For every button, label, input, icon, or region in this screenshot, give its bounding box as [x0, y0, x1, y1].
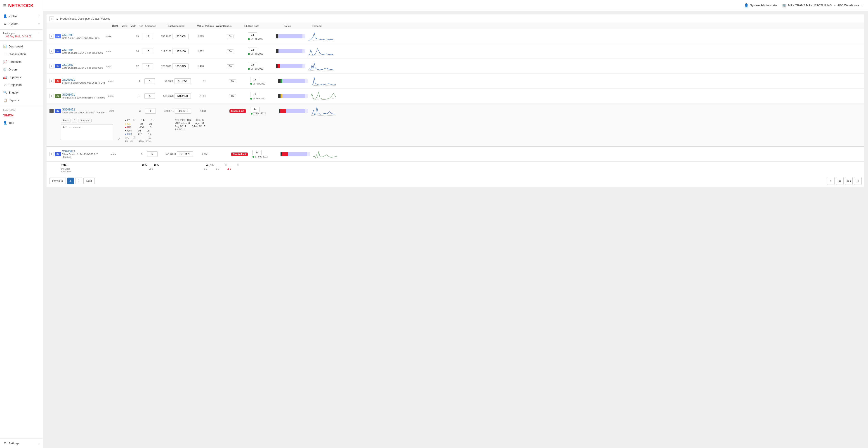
metric-val2-lt: 1u: [151, 119, 154, 122]
sidebar-item-label-projection: Projection: [8, 83, 22, 87]
sidebar-item-projection[interactable]: △ Projection: [0, 81, 43, 89]
pagination-bar: Previous 1 2 Next ↑ 🗑 ⊕ ▾ ⊞: [46, 174, 864, 187]
upload-button[interactable]: ↑: [827, 177, 835, 185]
amended-cost-input[interactable]: [175, 93, 191, 99]
product-code[interactable]: GS01605: [62, 49, 103, 52]
metric-info-lt: ⓘ: [133, 119, 135, 122]
more-options-icon[interactable]: ···: [861, 3, 864, 7]
lt-input[interactable]: [252, 150, 261, 155]
amended-input[interactable]: [145, 108, 156, 114]
download-button[interactable]: 🗑: [836, 177, 844, 185]
policy-bar: [281, 152, 310, 156]
sidebar-item-reports[interactable]: 📋 Reports: [0, 96, 43, 104]
sidebar-item-orders[interactable]: 🛒 Orders: [0, 66, 43, 73]
resize-icon[interactable]: ⤢: [118, 137, 121, 141]
product-badge: BL: [55, 152, 61, 156]
row-main: + BL GS01607 Gate Duragal 1830h 2-spd 18…: [49, 60, 862, 72]
add-row-button[interactable]: +: [49, 16, 54, 21]
total-volume: 0: [216, 164, 226, 167]
due-date: 17 Feb 2022: [252, 155, 280, 158]
expand-button[interactable]: +: [49, 34, 54, 39]
amended-input-col: [142, 49, 155, 54]
product-code[interactable]: GS203072: [62, 108, 105, 111]
lt-input[interactable]: [248, 32, 257, 37]
amended-cost-input[interactable]: [175, 108, 191, 114]
lt-input[interactable]: [250, 77, 259, 82]
comment-textarea[interactable]: [61, 124, 113, 140]
amended-cost-input[interactable]: [175, 78, 191, 84]
sidebar-divider-1: [0, 29, 43, 30]
page-1-button[interactable]: 1: [67, 178, 74, 184]
col-header-cost: Cost: [157, 25, 173, 27]
status-badge-stocked: Stocked out: [231, 153, 248, 156]
sidebar-item-tour[interactable]: 👤 Tour: [0, 119, 43, 127]
next-button[interactable]: Next: [84, 178, 95, 184]
sidebar-item-dashboard[interactable]: 📊 Dashboard: [0, 42, 43, 50]
amended-input-col: [145, 78, 157, 84]
amended-input-col: [145, 108, 157, 114]
expand-button[interactable]: −: [49, 109, 54, 113]
age-val: 51: [202, 122, 204, 125]
policy-fill-dark: [278, 94, 281, 98]
cost-value: 117.0180: [156, 50, 171, 53]
simon-item[interactable]: SIMON: [0, 111, 43, 119]
sidebar-item-enquiry[interactable]: 🔍 Enquiry: [0, 89, 43, 96]
amended-cost-input[interactable]: [172, 63, 188, 69]
amended-input[interactable]: [145, 93, 155, 99]
sidebar-item-suppliers[interactable]: 🏭 Suppliers: [0, 73, 43, 81]
lt-input[interactable]: [248, 62, 257, 67]
total-weight: 0: [228, 164, 239, 167]
grid-button[interactable]: ⊞: [854, 177, 862, 185]
amended-input-col: [145, 93, 157, 99]
product-code[interactable]: GS203073: [62, 150, 107, 153]
pagination-left: Previous 1 2 Next: [49, 178, 95, 184]
topbar-user: 👤 System Administrator: [744, 3, 778, 7]
expand-button[interactable]: +: [49, 94, 54, 98]
lt-col: 17 Feb 2022: [248, 62, 275, 70]
product-code[interactable]: GS01599: [62, 33, 103, 37]
hamburger-icon[interactable]: ☰: [3, 4, 6, 8]
policy-fill-lavender: [282, 79, 305, 83]
zoom-button[interactable]: ⊕ ▾: [845, 177, 852, 185]
rec-value: 3: [136, 109, 144, 112]
sidebar-item-classification[interactable]: ☰ Classification: [0, 50, 43, 58]
amended-cost-input[interactable]: [172, 34, 188, 39]
page-2-button[interactable]: 2: [75, 178, 82, 184]
total-sub-row: 50 Lines Δ 0 Lines Δ 0 Δ 0 Δ 0 Δ 0: [49, 167, 862, 173]
product-code[interactable]: GS203031: [62, 78, 105, 81]
total-spacer-2: [159, 167, 193, 173]
previous-button[interactable]: Previous: [49, 178, 66, 184]
avg-fc-label: Avg FC: [175, 125, 183, 128]
expand-button[interactable]: +: [49, 64, 54, 68]
sidebar-item-profile[interactable]: 👤 Profile ▾: [0, 12, 43, 20]
lt-input[interactable]: [248, 47, 257, 52]
amended-input[interactable]: [142, 49, 153, 54]
amended-cost-input[interactable]: [177, 151, 193, 157]
lt-input[interactable]: [251, 107, 260, 112]
metric-row-oh: ● O/H 0d 0u: [125, 129, 170, 132]
sidebar-header: ☰ NETSTOCK: [0, 0, 43, 11]
amended-input[interactable]: [145, 78, 155, 84]
total-spacer-1: [108, 167, 143, 173]
metric-val2-rc: 2u: [149, 126, 152, 129]
amended-cost-input[interactable]: [172, 49, 188, 54]
expand-button[interactable]: +: [49, 79, 54, 83]
expand-button[interactable]: +: [49, 152, 54, 156]
amended-input[interactable]: [142, 34, 153, 39]
product-code[interactable]: GS01607: [62, 63, 103, 66]
lt-input[interactable]: [250, 92, 259, 97]
demand-col: [309, 30, 336, 42]
expand-button[interactable]: +: [49, 49, 54, 54]
amended-input[interactable]: [147, 151, 158, 157]
product-code[interactable]: GS203071: [62, 93, 105, 96]
avg-fc-val: 1: [185, 125, 186, 128]
sidebar-item-system[interactable]: ⚙ System ▾: [0, 20, 43, 28]
sidebar-item-settings[interactable]: ⚙ Settings ▾: [0, 440, 43, 447]
amended-input[interactable]: [142, 63, 153, 69]
sidebar-item-forecasts[interactable]: 📈 Forecasts: [0, 58, 43, 66]
content-area: + ▲ Product code, Description, Class, Ve…: [43, 11, 868, 448]
demand-col: [313, 148, 340, 160]
col-header-uom: UOM: [110, 25, 120, 27]
chevron-up-icon: ▴: [38, 32, 39, 35]
sidebar-divider-2: [0, 40, 43, 41]
